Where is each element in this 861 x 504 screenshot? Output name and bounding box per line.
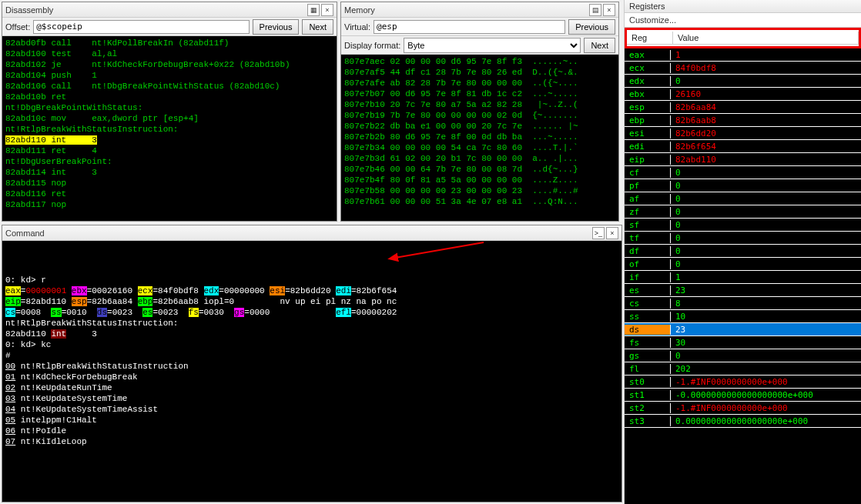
disassembly-code[interactable]: 82abd0fb call nt!KdPollBreakIn (82abd11f…: [2, 36, 337, 221]
offset-input[interactable]: [33, 20, 249, 34]
reg-header-name[interactable]: Reg: [627, 32, 673, 45]
register-row[interactable]: eip82abd110: [625, 153, 861, 166]
register-row[interactable]: st3 0.0000000000000000000e+000: [625, 415, 861, 428]
register-row[interactable]: cs8: [625, 297, 861, 310]
register-row[interactable]: fs30: [625, 336, 861, 349]
registers-title: Registers: [625, 0, 861, 13]
panel-options-icon[interactable]: ▤: [589, 4, 601, 16]
register-row[interactable]: edi82b6f654: [625, 140, 861, 153]
register-row[interactable]: zf0: [625, 205, 861, 219]
disasm-prev-button[interactable]: Previous: [253, 19, 300, 35]
panel-close-icon[interactable]: ×: [321, 4, 333, 16]
register-row[interactable]: eax1: [625, 48, 861, 62]
disassembly-panel: Disassembly ▦ × Offset: Previous Next 82…: [2, 2, 337, 222]
register-row[interactable]: gs0: [625, 349, 861, 362]
command-panel: Command >_ × 0: kd> reax=00000001 ebx=00…: [2, 225, 622, 502]
register-row[interactable]: st1-0.0000000000000000000e+000: [625, 389, 861, 402]
panel-close-icon[interactable]: ×: [603, 4, 615, 16]
format-label: Display format:: [344, 41, 400, 50]
register-row[interactable]: st2-1.#INF0000000000e+000: [625, 402, 861, 415]
mem-next-button[interactable]: Next: [584, 38, 615, 53]
mem-prev-button[interactable]: Previous: [568, 19, 615, 35]
panel-options-icon[interactable]: >_: [592, 227, 605, 239]
register-row[interactable]: pf0: [625, 179, 861, 192]
register-row[interactable]: df0: [625, 245, 861, 258]
register-row[interactable]: es23: [625, 284, 861, 297]
annotation-arrow: [387, 241, 487, 264]
register-row[interactable]: esp82b6aa84: [625, 101, 861, 114]
register-row[interactable]: ecx84f0bdf8: [625, 62, 861, 75]
register-row[interactable]: of0: [625, 258, 861, 271]
register-row[interactable]: tf0: [625, 232, 861, 245]
customize-link[interactable]: Customize...: [625, 13, 861, 28]
disasm-next-button[interactable]: Next: [302, 19, 333, 35]
register-row[interactable]: ds23: [625, 323, 861, 336]
annotation-highlight: Reg Value: [625, 28, 861, 48]
disassembly-title: Disassembly: [5, 5, 306, 15]
register-row[interactable]: sf0: [625, 219, 861, 232]
format-select[interactable]: Byte: [404, 38, 581, 53]
register-row[interactable]: fl202: [625, 362, 861, 375]
register-row[interactable]: st0-1.#INF0000000000e+000: [625, 375, 861, 389]
registers-list[interactable]: eax1ecx84f0bdf8edx0ebx26160esp82b6aa84eb…: [625, 48, 861, 504]
memory-dump[interactable]: 807e7aec 02 00 00 00 d6 95 7e 8f f3 ....…: [341, 55, 618, 221]
command-title: Command: [5, 229, 591, 238]
virtual-input[interactable]: [374, 20, 565, 34]
reg-header-value[interactable]: Value: [673, 32, 859, 45]
register-row[interactable]: ebx26160: [625, 88, 861, 101]
register-row[interactable]: edx0: [625, 75, 861, 88]
register-row[interactable]: if1: [625, 271, 861, 284]
register-row[interactable]: esi82b6dd20: [625, 127, 861, 140]
offset-label: Offset:: [5, 22, 30, 32]
memory-panel: Memory ▤ × Virtual: Previous Display for…: [340, 2, 619, 222]
panel-close-icon[interactable]: ×: [606, 227, 618, 239]
register-row[interactable]: cf0: [625, 166, 861, 179]
registers-panel: Registers Customize... Reg Value eax1ecx…: [624, 0, 861, 504]
virtual-label: Virtual:: [344, 22, 370, 32]
register-row[interactable]: af0: [625, 192, 861, 205]
register-row[interactable]: ebp82b6aab8: [625, 114, 861, 127]
panel-options-icon[interactable]: ▦: [307, 4, 320, 16]
register-row[interactable]: ss10: [625, 310, 861, 323]
memory-title: Memory: [344, 5, 588, 15]
command-output[interactable]: 0: kd> reax=00000001 ebx=00026160 ecx=84…: [2, 241, 621, 502]
svg-line-0: [395, 242, 484, 258]
